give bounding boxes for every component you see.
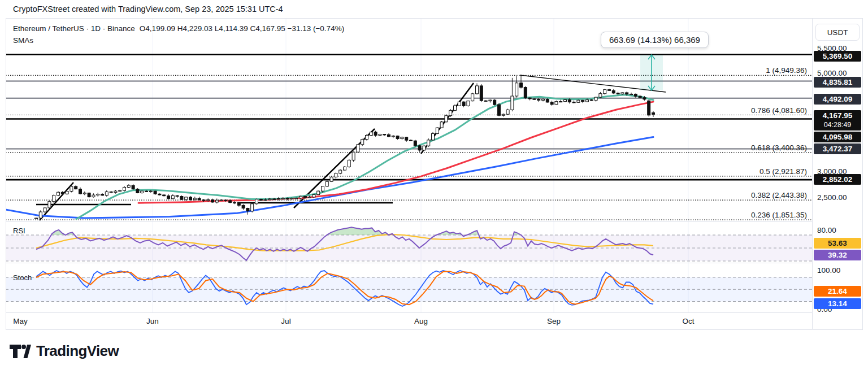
axis-price-label: 80.00 xyxy=(817,226,836,234)
currency-toggle-button[interactable]: USDT xyxy=(815,24,860,41)
candle-body xyxy=(189,197,192,200)
time-axis-label: Sep xyxy=(547,317,561,325)
time-axis[interactable]: MayJunJulAugSepOct xyxy=(6,312,812,329)
candle-body xyxy=(392,136,394,137)
candle-body xyxy=(132,185,134,189)
candle-body xyxy=(281,198,284,199)
price-level-badge: 4,167.9504:28:49 xyxy=(814,110,861,131)
candle-body xyxy=(436,128,439,133)
stoch-pane-label[interactable]: Stoch xyxy=(13,273,32,282)
candle-body xyxy=(198,198,201,200)
candle-body xyxy=(414,141,416,146)
candle-body xyxy=(259,199,262,201)
price-level-badge: 3,472.37 xyxy=(814,143,861,154)
candle-body xyxy=(224,200,227,201)
fib-label: 0.382 (2,443.38) xyxy=(751,191,807,199)
candle-body xyxy=(572,102,575,103)
time-axis-label: Aug xyxy=(414,317,428,325)
candle-body xyxy=(586,100,589,102)
attribution-text: CryptoFXStreet created with TradingView.… xyxy=(13,5,283,14)
candle-body xyxy=(405,137,408,140)
fib-label: 0.5 (2,921.87) xyxy=(760,167,807,175)
candle-body xyxy=(66,192,68,194)
candle-body xyxy=(454,106,457,110)
candle-body xyxy=(480,86,483,101)
candle-body xyxy=(286,198,289,199)
candle-body xyxy=(255,199,258,204)
candle-body xyxy=(264,200,267,201)
stoch-pane[interactable]: Stoch xyxy=(6,263,812,313)
rsi-value-badge: 39.32 xyxy=(814,250,861,260)
candle-body xyxy=(88,193,90,197)
time-axis-label: Jul xyxy=(281,317,290,325)
rsi-pane[interactable]: RSI xyxy=(6,221,812,263)
candle-body xyxy=(273,199,276,199)
candle-body xyxy=(489,100,492,101)
candle-body xyxy=(163,195,166,196)
candle-body xyxy=(599,94,602,97)
candle-body xyxy=(53,195,55,202)
candle-body xyxy=(75,186,77,189)
candle-body xyxy=(335,173,337,177)
candle-body xyxy=(546,99,549,102)
candle-body xyxy=(136,189,139,193)
candle-body xyxy=(211,200,214,202)
candle-body xyxy=(344,167,346,170)
price-pane[interactable]: 1 (4,949.36)0.786 (4,081.60)0.618 (3,400… xyxy=(6,18,812,221)
candle-body xyxy=(233,202,236,203)
fib-label: 0.236 (1,851.35) xyxy=(751,211,807,219)
axis-price-label: 5,000.00 xyxy=(817,69,847,77)
candle-body xyxy=(322,186,324,191)
candle-body xyxy=(533,99,536,99)
candle-body xyxy=(648,101,650,115)
candle-body xyxy=(630,94,633,94)
candle-body xyxy=(440,122,443,128)
candle-body xyxy=(313,195,315,197)
symbol-title[interactable]: Ethereum / TetherUS · 1D · Binance xyxy=(13,24,135,33)
candle-body xyxy=(462,102,465,106)
indicator-legend-smas[interactable]: SMAs xyxy=(13,36,344,45)
candle-body xyxy=(555,102,558,105)
candle-body xyxy=(119,190,121,191)
candle-body xyxy=(493,100,496,105)
candle-body xyxy=(149,191,152,192)
rsi-pane-label[interactable]: RSI xyxy=(13,227,25,235)
candle-body xyxy=(348,160,350,167)
price-scale-column[interactable]: USDT 5,500.005,000.003,000.002,500.005,3… xyxy=(812,18,862,329)
candle-body xyxy=(634,94,637,96)
candle-body xyxy=(158,194,161,195)
candle-body xyxy=(242,205,245,208)
candle-body xyxy=(568,100,571,102)
candle-body xyxy=(193,198,196,199)
trend-line xyxy=(40,182,73,220)
candle-body xyxy=(581,100,584,102)
tradingview-logo[interactable]: TradingView xyxy=(10,342,119,360)
time-axis-label: Oct xyxy=(682,317,694,325)
candle-body xyxy=(251,204,254,211)
candle-body xyxy=(207,200,210,201)
candle-body xyxy=(370,132,372,136)
candle-body xyxy=(48,202,51,208)
fib-label: 1 (4,949.36) xyxy=(766,66,807,75)
rsi-canvas[interactable] xyxy=(6,222,812,263)
candle-body xyxy=(154,191,157,194)
candle-body xyxy=(44,208,46,212)
candle-body xyxy=(401,137,403,138)
candle-body xyxy=(295,198,298,199)
candle-body xyxy=(237,203,240,206)
candle-body xyxy=(114,191,117,193)
price-chart-canvas[interactable] xyxy=(6,18,812,221)
candle-body xyxy=(506,110,509,114)
candle-body xyxy=(339,170,342,173)
stoch-canvas[interactable] xyxy=(6,263,812,312)
candle-body xyxy=(498,105,501,115)
fib-label: 0.618 (3,400.36) xyxy=(751,143,807,151)
candle-body xyxy=(167,196,170,199)
candle-body xyxy=(361,140,364,145)
candle-body xyxy=(502,114,505,115)
candle-body xyxy=(396,136,399,139)
candle-body xyxy=(511,96,514,110)
candle-body xyxy=(379,134,381,136)
price-level-badge: 4,835.81 xyxy=(814,77,861,88)
candle-body xyxy=(410,140,413,141)
